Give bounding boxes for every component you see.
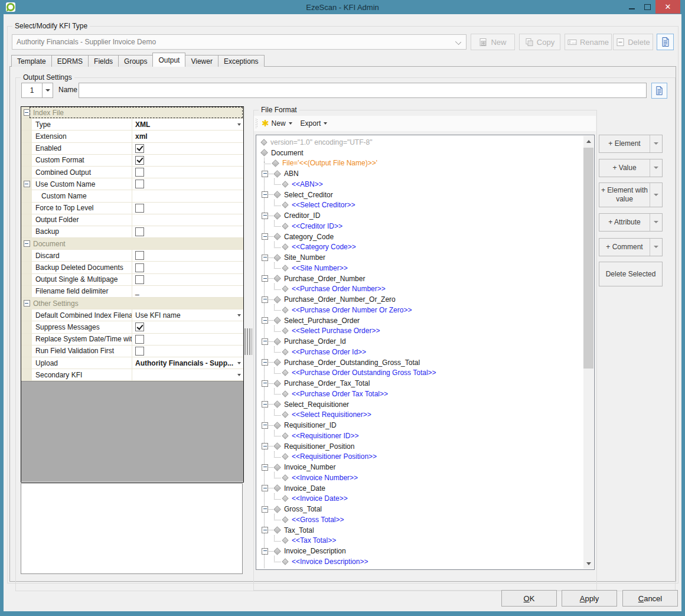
minimize-button[interactable]: [624, 0, 640, 14]
checkbox-unchecked[interactable]: [135, 204, 144, 213]
tree-node[interactable]: <<Select Purchase Order>>: [258, 326, 582, 337]
tree-node[interactable]: <<Creditor ID>>: [258, 221, 582, 232]
tree-node[interactable]: Invoice_Description: [258, 546, 582, 556]
property-value[interactable]: [132, 334, 243, 345]
attribute-button[interactable]: + Attribute: [599, 213, 663, 232]
tree-node[interactable]: <<Invoice Date>>: [258, 494, 582, 504]
kfi-report-button[interactable]: [657, 34, 674, 50]
collapse-icon[interactable]: [24, 181, 30, 187]
grid-property-row[interactable]: Backup Deleted Documents: [21, 262, 243, 273]
tab-template[interactable]: Template: [11, 55, 52, 67]
tree-node[interactable]: Invoice_Number: [258, 462, 582, 472]
property-value[interactable]: [132, 274, 243, 285]
grid-property-row[interactable]: Replace System Date/Time with...: [21, 334, 243, 346]
property-value[interactable]: [132, 262, 243, 273]
grid-property-row[interactable]: Secondary KFI: [21, 369, 243, 381]
tree-node[interactable]: version="1.0" encoding="UTF-8": [258, 137, 582, 148]
tab-exceptions[interactable]: Exceptions: [218, 55, 265, 67]
property-value[interactable]: xml: [132, 131, 243, 142]
property-value[interactable]: Authority Financials - Supp...: [132, 357, 243, 369]
collapse-icon[interactable]: [262, 485, 268, 491]
collapse-icon[interactable]: [24, 240, 30, 247]
checkbox-checked[interactable]: [135, 322, 144, 331]
tree-node[interactable]: Select_Requisitioner: [258, 399, 582, 410]
collapse-icon[interactable]: [262, 443, 268, 449]
tree-node[interactable]: <<Purchase Order Id>>: [258, 347, 582, 357]
collapse-icon[interactable]: [24, 300, 30, 307]
collapse-icon[interactable]: [262, 275, 268, 282]
collapse-icon[interactable]: [262, 191, 268, 198]
property-value[interactable]: [132, 226, 243, 237]
element-button[interactable]: + Element: [599, 135, 663, 153]
tree-node[interactable]: Gross_Total: [258, 504, 582, 514]
comment-button[interactable]: + Comment: [599, 238, 663, 256]
checkbox-unchecked[interactable]: [135, 168, 144, 177]
property-value[interactable]: [132, 190, 243, 201]
property-value[interactable]: XML: [132, 119, 243, 130]
tree-node[interactable]: Purchase_Order_Id: [258, 336, 582, 347]
tree-node[interactable]: Purchase_Order_Outstanding_Gross_Total: [258, 357, 582, 368]
checkbox-checked[interactable]: [135, 144, 144, 153]
delete-selected-button[interactable]: Delete Selected: [599, 262, 663, 286]
grid-property-row[interactable]: Custom Name: [21, 190, 243, 202]
grid-category-row[interactable]: Other Settings: [21, 298, 243, 309]
tree-node[interactable]: File='<<(Output File Name)>>': [258, 158, 582, 169]
tree-node[interactable]: Site_Number: [258, 252, 582, 263]
split-dropdown[interactable]: [650, 239, 662, 256]
tree-node[interactable]: Invoice_Date: [258, 483, 582, 494]
split-dropdown[interactable]: [650, 214, 662, 231]
tree-node[interactable]: <<Select Requisitioner>>: [258, 410, 582, 421]
property-value[interactable]: [132, 155, 243, 166]
grid-property-row[interactable]: Force to Top Level: [21, 203, 243, 214]
caret-down-icon[interactable]: [237, 374, 241, 378]
tree-node[interactable]: Requisitioner_ID: [258, 420, 582, 431]
caret-down-icon[interactable]: [237, 362, 241, 366]
grid-category-row[interactable]: Index File: [21, 107, 243, 119]
grid-property-row[interactable]: Discard: [21, 250, 243, 262]
tree-node[interactable]: Category_Code: [258, 232, 582, 242]
caret-down-icon[interactable]: [237, 123, 241, 128]
collapse-icon[interactable]: [262, 422, 268, 429]
grid-property-row[interactable]: TypeXML: [21, 119, 243, 131]
toolbar-export-button[interactable]: Export: [296, 117, 332, 130]
collapse-icon[interactable]: [262, 380, 268, 387]
ok-button[interactable]: OK: [501, 590, 557, 607]
collapse-icon[interactable]: [262, 171, 268, 177]
tab-output[interactable]: Output: [152, 53, 185, 67]
split-dropdown[interactable]: [650, 159, 662, 177]
checkbox-unchecked[interactable]: [135, 347, 144, 356]
grid-property-row[interactable]: Enabled: [21, 143, 243, 155]
collapse-icon[interactable]: [262, 401, 268, 408]
grid-property-row[interactable]: Use Custom Name: [21, 178, 243, 190]
collapse-icon[interactable]: [262, 506, 268, 513]
tree-node[interactable]: <<Requisitioner ID>>: [258, 431, 582, 441]
property-value[interactable]: [132, 250, 243, 261]
collapse-icon[interactable]: [262, 233, 268, 240]
tree-node[interactable]: ABN: [258, 168, 582, 179]
toolbar-new-button[interactable]: New: [272, 117, 296, 130]
tree-node[interactable]: Creditor_ID: [258, 210, 582, 221]
grid-property-row[interactable]: Backup: [21, 226, 243, 238]
collapse-icon[interactable]: [262, 359, 268, 366]
name-input[interactable]: [79, 83, 647, 98]
tree-node[interactable]: Purchase_Order_Tax_Total: [258, 378, 582, 389]
tree-node[interactable]: Requisitioner_Position: [258, 441, 582, 452]
grid-property-row[interactable]: Suppress Messages: [21, 321, 243, 333]
grid-property-row[interactable]: Run Field Validation First: [21, 346, 243, 357]
tree-node[interactable]: <<Purchase Order Number>>: [258, 284, 582, 295]
tab-edrms[interactable]: EDRMS: [51, 55, 89, 67]
collapse-icon[interactable]: [24, 109, 30, 116]
split-dropdown[interactable]: [650, 183, 662, 207]
property-value[interactable]: [132, 203, 243, 214]
property-value[interactable]: [132, 321, 243, 333]
panel-splitter-grip[interactable]: [244, 328, 252, 355]
collapse-icon[interactable]: [262, 255, 268, 261]
kfi-type-combobox[interactable]: Authority Financials - Supplier Invoice …: [12, 34, 467, 50]
caret-down-icon[interactable]: [237, 314, 241, 318]
output-report-button[interactable]: [651, 83, 667, 99]
value-button[interactable]: + Value: [599, 159, 663, 177]
tree-node[interactable]: <<Purchase Order Number Or Zero>>: [258, 305, 582, 315]
tree-node[interactable]: <<ABN>>: [258, 179, 582, 190]
tab-groups[interactable]: Groups: [118, 55, 153, 67]
property-value[interactable]: Use KFI name: [132, 309, 243, 321]
